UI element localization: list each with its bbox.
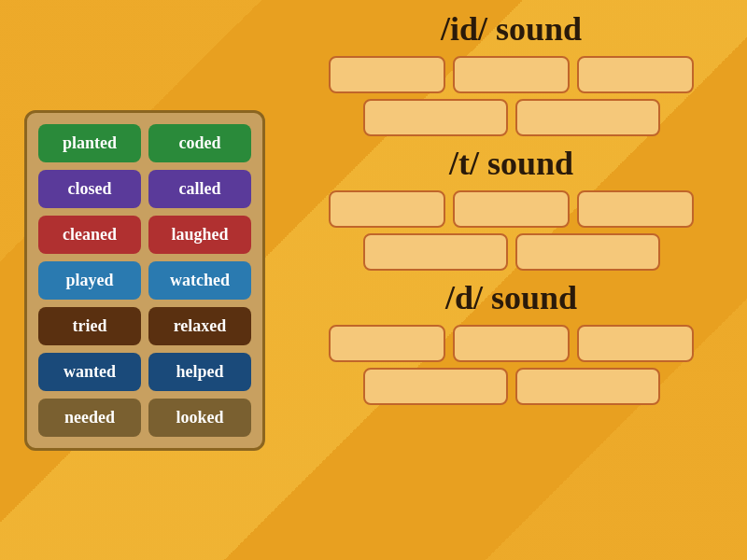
word-btn-laughed[interactable]: laughed bbox=[148, 216, 251, 254]
t-brick-3[interactable] bbox=[577, 190, 694, 228]
word-btn-watched[interactable]: watched bbox=[148, 261, 251, 300]
t-brick-4[interactable] bbox=[363, 233, 508, 271]
d-row-1 bbox=[294, 325, 728, 362]
t-row-1 bbox=[294, 190, 728, 228]
word-btn-needed[interactable]: needed bbox=[38, 399, 141, 437]
d-brick-4[interactable] bbox=[363, 368, 508, 405]
id-brick-1[interactable] bbox=[329, 56, 445, 93]
t-sound-title: /t/ sound bbox=[294, 144, 728, 183]
word-btn-looked[interactable]: looked bbox=[148, 399, 251, 437]
id-sound-section: /id/ sound bbox=[294, 9, 728, 136]
word-btn-wanted[interactable]: wanted bbox=[38, 353, 141, 391]
word-btn-planted[interactable]: planted bbox=[38, 124, 141, 162]
word-btn-closed[interactable]: closed bbox=[38, 170, 141, 208]
d-row-2 bbox=[294, 368, 728, 405]
word-btn-coded[interactable]: coded bbox=[148, 124, 251, 162]
d-brick-2[interactable] bbox=[453, 325, 570, 362]
id-brick-5[interactable] bbox=[515, 99, 660, 136]
t-sound-section: /t/ sound bbox=[294, 144, 728, 271]
t-brick-5[interactable] bbox=[515, 233, 660, 271]
word-grid: plantedcodedclosedcalledcleanedlaughedpl… bbox=[24, 110, 265, 451]
d-brick-5[interactable] bbox=[515, 368, 660, 405]
word-btn-called[interactable]: called bbox=[148, 170, 251, 208]
t-brick-2[interactable] bbox=[453, 190, 570, 228]
id-brick-3[interactable] bbox=[577, 56, 694, 93]
id-brick-2[interactable] bbox=[453, 56, 570, 93]
word-btn-cleaned[interactable]: cleaned bbox=[38, 216, 141, 254]
id-brick-4[interactable] bbox=[363, 99, 508, 136]
id-row-2 bbox=[294, 99, 728, 136]
d-brick-3[interactable] bbox=[577, 325, 694, 362]
word-btn-tried[interactable]: tried bbox=[38, 307, 141, 345]
word-btn-relaxed[interactable]: relaxed bbox=[148, 307, 251, 345]
d-sound-title: /d/ sound bbox=[294, 278, 728, 317]
id-sound-title: /id/ sound bbox=[294, 9, 728, 49]
d-sound-section: /d/ sound bbox=[294, 278, 728, 405]
word-bank-panel: plantedcodedclosedcalledcleanedlaughedpl… bbox=[0, 0, 285, 560]
right-panel: /id/ sound /t/ sound bbox=[285, 0, 747, 560]
t-brick-1[interactable] bbox=[329, 190, 445, 228]
word-btn-played[interactable]: played bbox=[38, 261, 141, 300]
id-row-1 bbox=[294, 56, 728, 93]
t-row-2 bbox=[294, 233, 728, 271]
main-content: plantedcodedclosedcalledcleanedlaughedpl… bbox=[0, 0, 747, 560]
d-brick-1[interactable] bbox=[329, 325, 445, 362]
word-btn-helped[interactable]: helped bbox=[148, 353, 251, 391]
